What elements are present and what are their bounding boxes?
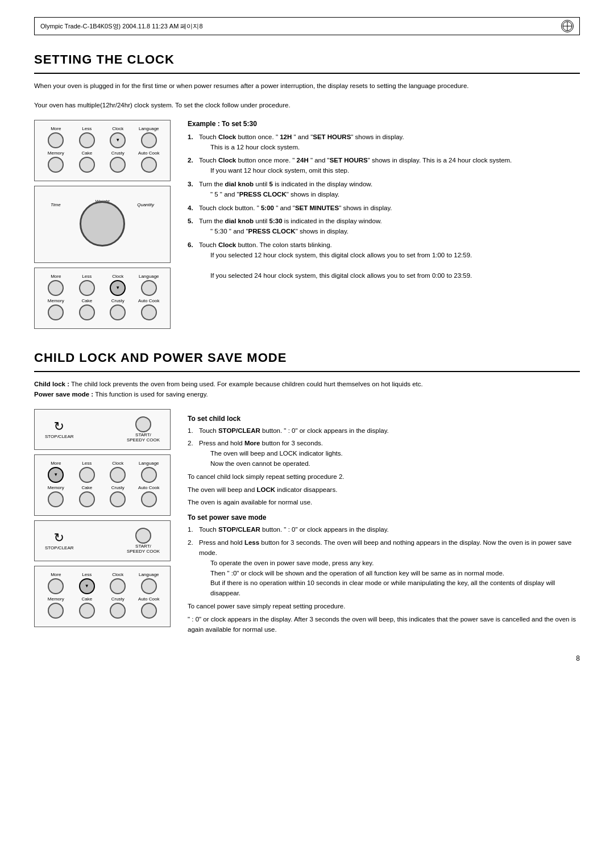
btn-clock-b[interactable]: ▼ xyxy=(110,280,126,296)
section-setting-clock: SETTING THE CLOCK When your oven is plug… xyxy=(34,52,580,333)
example-label: Example : To set 5:30 xyxy=(188,120,580,128)
btn-cake-b[interactable] xyxy=(79,304,95,320)
panel-bottom: More Less Clock Language ▼ Me xyxy=(34,268,171,329)
dial-knob[interactable] xyxy=(80,201,125,247)
header-text: Olympic Trade-C-1B4K0S영) 2004.11.8 11:23… xyxy=(40,22,203,31)
ps-label-cake: Cake xyxy=(74,596,99,602)
section2-content-row: ↺ STOP/CLEAR START/ SPEEDY COOK More xyxy=(34,409,580,638)
btn-memory-b[interactable] xyxy=(48,304,64,320)
btn-cake[interactable] xyxy=(79,157,95,173)
btn-crusty-b[interactable] xyxy=(110,304,126,320)
btn-clock[interactable]: ▼ xyxy=(110,132,126,148)
child-panel-4-bot-labels: Memory Cake Crusty Auto Cook xyxy=(40,596,164,602)
child-lock-para2: The oven will beep and LOCK indicator di… xyxy=(188,485,580,495)
btn-autocook-b[interactable] xyxy=(141,304,157,320)
section1-title: SETTING THE CLOCK xyxy=(34,52,580,67)
section1-intro1: When your oven is plugged in for the fir… xyxy=(34,81,580,91)
btn-less-b[interactable] xyxy=(79,280,95,296)
cl-btn-less[interactable] xyxy=(79,467,95,483)
child-panel-2-row1: ▼ xyxy=(40,467,164,483)
power-step-2: 2. Press and hold Less button for 3 seco… xyxy=(188,538,580,599)
section-child-lock: CHILD LOCK AND POWER SAVE MODE Child loc… xyxy=(34,350,580,638)
clock-step-1: 1. Touch Clock button once. " 12H " and … xyxy=(188,132,580,153)
label-language: Language xyxy=(136,126,161,131)
btn-language[interactable] xyxy=(141,132,157,148)
clock-step-5: 5. Turn the dial knob until 5:30 is indi… xyxy=(188,216,580,237)
section2-diagram-col: ↺ STOP/CLEAR START/ SPEEDY COOK More xyxy=(34,409,171,638)
label-crusty: Crusty xyxy=(105,151,131,156)
label-clock: Clock xyxy=(105,126,131,131)
stop-clear-label-2: STOP/CLEAR xyxy=(45,545,74,550)
child-panel-4-row2 xyxy=(40,603,164,619)
stop-clear-row-1: ↺ STOP/CLEAR START/ SPEEDY COOK xyxy=(39,414,165,445)
label-crusty-b: Crusty xyxy=(105,298,131,303)
panel-bottom-bot-labels: Memory Cake Crusty Auto Cook xyxy=(40,298,164,303)
btn-more[interactable] xyxy=(48,132,64,148)
power-save-para2: " : 0" or clock appears in the display. … xyxy=(188,615,580,635)
stop-clear-label-1: STOP/CLEAR xyxy=(45,434,74,439)
ps-label-less: Less xyxy=(74,572,99,577)
section2-instructions-col: To set child lock 1. Touch STOP/CLEAR bu… xyxy=(188,409,580,638)
btn-autocook[interactable] xyxy=(141,157,157,173)
btn-crusty[interactable] xyxy=(110,157,126,173)
btn-language-b[interactable] xyxy=(141,280,157,296)
panel-dial: Time Weight Quantity xyxy=(34,186,171,263)
ps-btn-cake[interactable] xyxy=(79,603,95,619)
btn-less[interactable] xyxy=(79,132,95,148)
dial-label-quantity: Quantity xyxy=(137,202,154,207)
cl-btn-language[interactable] xyxy=(141,467,157,483)
page: Olympic Trade-C-1B4K0S영) 2004.11.8 11:23… xyxy=(0,0,614,868)
start-circle-2[interactable] xyxy=(135,528,151,544)
stop-clear-btn-2[interactable]: ↺ STOP/CLEAR xyxy=(45,531,74,550)
ps-label-autocook: Auto Cook xyxy=(136,596,161,602)
ps-btn-crusty[interactable] xyxy=(110,603,126,619)
ps-label-clock: Clock xyxy=(105,572,131,577)
label-language-b: Language xyxy=(136,274,161,279)
cl-btn-cake[interactable] xyxy=(79,491,95,507)
child-panel-2-top-labels: More Less Clock Language xyxy=(40,461,164,466)
child-lock-title: To set child lock xyxy=(188,415,580,423)
start-btn-2[interactable]: START/ SPEEDY COOK xyxy=(127,528,160,554)
ps-btn-less[interactable]: ▼ xyxy=(79,578,95,594)
label-autocook-b: Auto Cook xyxy=(136,298,161,303)
label-less-b: Less xyxy=(74,274,99,279)
label-memory-b: Memory xyxy=(43,298,69,303)
btn-memory[interactable] xyxy=(48,157,64,173)
bottom-buttons-row2 xyxy=(40,304,164,320)
ps-btn-clock[interactable] xyxy=(110,578,126,594)
panel-top: More Less Clock Language ▼ Me xyxy=(34,120,171,181)
clock-step-2: 2. Touch Clock button once more. " 24H "… xyxy=(188,156,580,176)
start-circle-1[interactable] xyxy=(135,416,151,432)
section2-divider xyxy=(34,371,580,372)
cl-btn-clock[interactable] xyxy=(110,467,126,483)
ps-btn-language[interactable] xyxy=(141,578,157,594)
clock-step-3: 3. Turn the dial knob until 5 is indicat… xyxy=(188,180,580,200)
power-save-instructions: 1. Touch STOP/CLEAR button. " : 0" or cl… xyxy=(188,525,580,599)
start-label-2: START/ xyxy=(135,544,151,549)
power-save-para1: To cancel power save simply repeat setti… xyxy=(188,602,580,612)
ps-btn-more[interactable] xyxy=(48,578,64,594)
cl-btn-memory[interactable] xyxy=(48,491,64,507)
cl-btn-autocook[interactable] xyxy=(141,491,157,507)
stop-clear-btn-1[interactable]: ↺ STOP/CLEAR xyxy=(45,419,74,439)
ps-btn-memory[interactable] xyxy=(48,603,64,619)
start-label-1: START/ xyxy=(135,432,151,437)
child-step-1: 1. Touch STOP/CLEAR button. " : 0" or cl… xyxy=(188,426,580,436)
section1-diagram-col: More Less Clock Language ▼ Me xyxy=(34,120,171,333)
section1-divider xyxy=(34,73,580,74)
panel-top-labels: More Less Clock Language xyxy=(40,126,164,131)
btn-more-b[interactable] xyxy=(48,280,64,296)
speedy-cook-label-1: SPEEDY COOK xyxy=(127,437,160,443)
start-btn-1[interactable]: START/ SPEEDY COOK xyxy=(127,416,160,443)
label-more-b: More xyxy=(43,274,69,279)
cl-btn-crusty[interactable] xyxy=(110,491,126,507)
cl-label-language: Language xyxy=(136,461,161,466)
child-panel-4-top-labels: More Less Clock Language xyxy=(40,572,164,577)
ps-label-more: More xyxy=(43,572,69,577)
section1-instructions-col: Example : To set 5:30 1. Touch Clock but… xyxy=(188,120,580,333)
section1-content-row: More Less Clock Language ▼ Me xyxy=(34,120,580,333)
cl-label-more: More xyxy=(43,461,69,466)
cl-btn-more[interactable]: ▼ xyxy=(48,467,64,483)
child-panel-3: ↺ STOP/CLEAR START/ SPEEDY COOK xyxy=(34,520,171,561)
ps-btn-autocook[interactable] xyxy=(141,603,157,619)
